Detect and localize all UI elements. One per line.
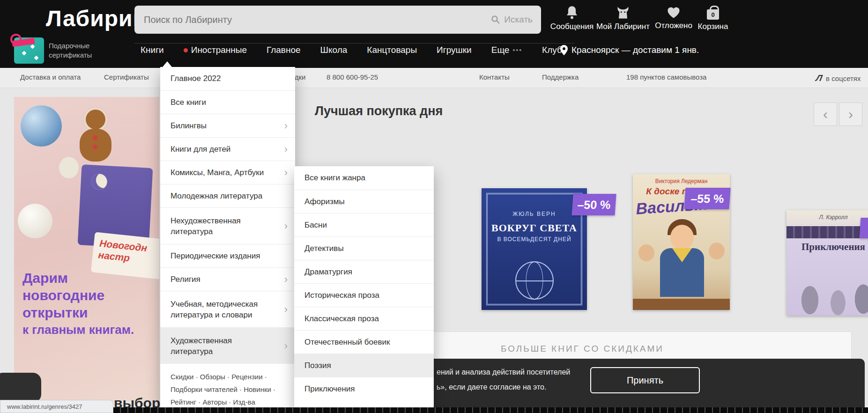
book-author: Л. Кэрролл: [786, 214, 868, 221]
nav-item-label: Игрушки: [437, 45, 472, 55]
cookie-accept-button[interactable]: Принять: [590, 367, 700, 393]
header: Лабиринт Искать Сообщения Мой Лабиринт О…: [0, 0, 868, 68]
messages-button[interactable]: Сообщения: [544, 6, 600, 31]
submenu-item-6[interactable]: Классическая проза: [294, 307, 434, 330]
submenu-item-label: Детективы: [304, 244, 344, 253]
books-dropdown-menu: Главное 2022Все книгиБилингвы›Книги для …: [160, 67, 295, 407]
bag-icon: 0: [707, 6, 719, 20]
submenu-item-9[interactable]: Приключения: [294, 377, 434, 400]
subnav-item-4[interactable]: Контакты: [479, 73, 510, 81]
dropdown-item-label: Религия: [171, 275, 200, 284]
chevron-right-icon: ›: [848, 106, 853, 122]
book-subtitle: В ВОСЕМЬДЕСЯТ ДНЕЙ: [482, 236, 587, 243]
nav-item-0[interactable]: Книги: [141, 45, 164, 55]
social-label: в соцсетях: [826, 74, 861, 82]
dropdown-item-label: Билингвы: [171, 121, 207, 131]
dropdown-item-0[interactable]: Главное 2022: [160, 67, 295, 90]
gift-certificates-icon[interactable]: [14, 37, 44, 64]
location-pin-icon: [560, 45, 568, 55]
submenu-item-label: Драматургия: [304, 267, 352, 277]
more-dots-icon: •••: [512, 46, 522, 54]
submenu-item-3[interactable]: Детективы: [294, 236, 434, 260]
gift-star: [30, 44, 35, 49]
cart-count-badge: 0: [707, 9, 719, 20]
main-nav: КнигиИностранныеГлавноеШколаКанцтоварыИг…: [141, 45, 562, 55]
ornate-band: [786, 226, 868, 238]
submenu-item-8[interactable]: Поэзия: [294, 354, 434, 377]
dropdown-item-6[interactable]: Нехудожественная литература›: [160, 207, 295, 244]
search-button[interactable]: Искать: [491, 15, 541, 25]
nav-item-1[interactable]: Иностранные: [184, 45, 247, 55]
subnav-item-6[interactable]: 198 пунктов самовывоза: [626, 73, 706, 81]
submenu-item-label: Басни: [304, 221, 327, 230]
gift-line1: Подарочные: [49, 41, 92, 51]
dropdown-item-5[interactable]: Молодежная литература: [160, 184, 295, 207]
gift-star: [22, 51, 27, 56]
book-cover-around-the-world[interactable]: ЖЮЛЬ ВЕРН ВОКРУГ СВЕТА В ВОСЕМЬДЕСЯТ ДНЕ…: [482, 188, 587, 310]
nav-item-2[interactable]: Главное: [267, 45, 301, 55]
nav-item-4[interactable]: Канцтовары: [367, 45, 417, 55]
chevron-left-icon: ‹: [823, 106, 828, 122]
dropdown-item-label: Учебная, методическая литература и слова…: [171, 299, 276, 320]
header-divider: [134, 43, 575, 44]
desk: [633, 299, 730, 310]
carousel-prev-button[interactable]: ‹: [814, 103, 837, 126]
search-input[interactable]: [134, 15, 491, 25]
floating-widget[interactable]: [0, 373, 41, 403]
dropdown-footer-links[interactable]: Скидки · Обзоры · Рецензии · Подборки чи…: [160, 364, 295, 407]
dropdown-item-label: Главное 2022: [171, 74, 221, 83]
nav-item-6[interactable]: Еще•••: [491, 45, 522, 55]
dropdown-item-label: Молодежная литература: [171, 192, 262, 201]
carousel-next-button[interactable]: ›: [839, 103, 862, 126]
city-selector[interactable]: Красноярск — доставим 1 янв.: [560, 45, 699, 55]
subnav-item-1[interactable]: Сертификаты: [104, 73, 149, 81]
dropdown-item-4[interactable]: Комиксы, Манга, Артбуки›: [160, 161, 295, 184]
submenu-item-2[interactable]: Басни: [294, 213, 434, 236]
dropdown-item-7[interactable]: Периодические издания: [160, 244, 295, 267]
submenu-item-0[interactable]: Все книги жанра: [294, 166, 434, 190]
nav-item-label: Клуб: [542, 45, 562, 55]
dropdown-item-10[interactable]: Художественная литература›: [160, 327, 295, 364]
submenu-item-label: Классическая проза: [304, 314, 379, 324]
more-button-label: БОЛЬШЕ КНИГ СО СКИДКАМИ: [501, 344, 664, 354]
social-links[interactable]: Л в соцсетях: [816, 73, 861, 83]
subnav-item-3[interactable]: 8 800 600-95-25: [326, 73, 378, 81]
dropdown-item-8[interactable]: Религия›: [160, 267, 295, 291]
engraving-figures: [786, 264, 868, 316]
submenu-item-4[interactable]: Драматургия: [294, 260, 434, 283]
dropdown-item-9[interactable]: Учебная, методическая литература и слова…: [160, 291, 295, 327]
book-cover-adventures[interactable]: Л. Кэрролл Приключения: [786, 210, 868, 316]
search-icon: [491, 15, 500, 24]
nav-item-5[interactable]: Игрушки: [437, 45, 472, 55]
dropdown-caret: [163, 61, 172, 67]
cart-button[interactable]: 0 Корзина: [685, 6, 741, 31]
banner-text: Дарим новогодние открытки к главным книг…: [22, 269, 134, 339]
my-labirint-label: Мой Лабиринт: [596, 22, 650, 31]
dropdown-item-label: Книги для детей: [171, 145, 230, 154]
link-url-tooltip: www.labirint.ru/genres/3427: [0, 400, 113, 413]
dropdown-item-3[interactable]: Книги для детей›: [160, 137, 295, 161]
gift-certificates-link[interactable]: Подарочные сертификаты: [49, 41, 92, 60]
candle: [59, 157, 79, 178]
my-labirint-button[interactable]: Мой Лабиринт: [595, 6, 651, 31]
dropdown-item-label: Комиксы, Манга, Артбуки: [171, 168, 264, 177]
submenu-item-1[interactable]: Афоризмы: [294, 190, 434, 213]
nav-item-label: Школа: [320, 45, 348, 55]
new-indicator-dot: [184, 48, 188, 52]
submenu-item-7[interactable]: Отечественный боевик: [294, 330, 434, 354]
subnav-item-5[interactable]: Поддержка: [542, 73, 579, 81]
promo-banner[interactable]: Новогодн настр Дарим новогодние открытки…: [14, 97, 159, 401]
gingerbread-man: [71, 107, 120, 162]
submenu-item-5[interactable]: Историческая проза: [294, 283, 434, 307]
subnav-item-0[interactable]: Доставка и оплата: [20, 73, 81, 81]
minotaur-icon: [616, 6, 630, 20]
submenu-item-label: Поэзия: [304, 361, 331, 370]
nav-item-7[interactable]: Клуб: [542, 45, 562, 55]
dropdown-item-label: Все книги: [171, 98, 206, 107]
dropdown-item-label: Художественная литература: [171, 335, 276, 357]
nav-item-3[interactable]: Школа: [320, 45, 348, 55]
labirint-mark-icon: Л: [815, 73, 823, 83]
messages-label: Сообщения: [550, 22, 594, 31]
dropdown-item-1[interactable]: Все книги: [160, 90, 295, 114]
dropdown-item-2[interactable]: Билингвы›: [160, 114, 295, 137]
